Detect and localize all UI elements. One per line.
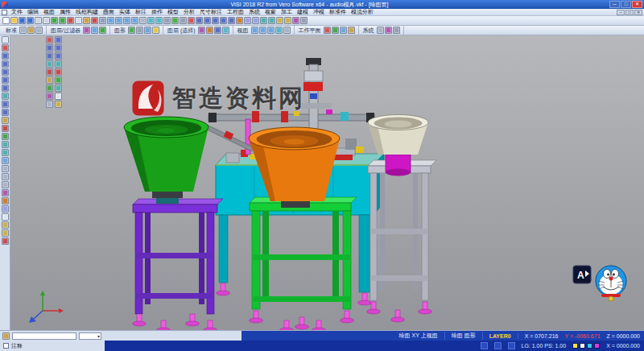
print-preview-icon[interactable]: [43, 17, 50, 24]
ortho-status-icon[interactable]: [508, 342, 515, 349]
shaded-mode-icon[interactable]: [128, 27, 135, 34]
mdi-restore-button[interactable]: □: [625, 10, 634, 15]
mdi-minimize-button[interactable]: ─: [617, 10, 625, 15]
mdi-close-button[interactable]: ✕: [634, 10, 642, 15]
select-layer-icon[interactable]: [198, 27, 205, 34]
3d-scene-canvas[interactable]: A: [10, 35, 644, 330]
extend-tool-icon[interactable]: [2, 133, 9, 140]
maximize-button[interactable]: □: [621, 1, 631, 8]
wf-break-icon[interactable]: [55, 68, 62, 76]
wireframe-mode-icon[interactable]: [136, 27, 143, 34]
move-tool-icon[interactable]: [2, 165, 9, 172]
measure-tool-icon[interactable]: [2, 229, 9, 237]
solid-tool-icon[interactable]: [2, 205, 9, 213]
menu-item[interactable]: 曲面: [101, 8, 117, 16]
menu-item[interactable]: 标注: [133, 8, 149, 16]
measure-icon[interactable]: [276, 17, 283, 24]
print-icon[interactable]: [35, 17, 42, 24]
wf-offset-icon[interactable]: [46, 76, 53, 84]
menu-item[interactable]: 系统: [246, 8, 262, 16]
wf-perpendicular-icon[interactable]: [55, 44, 62, 52]
menu-item[interactable]: 编辑: [25, 8, 41, 16]
ellipse-tool-icon[interactable]: [2, 85, 9, 92]
copy-icon[interactable]: [75, 17, 82, 24]
calculator-icon[interactable]: [377, 27, 384, 34]
menu-item[interactable]: 线框构建: [73, 8, 101, 16]
erase-tool-icon[interactable]: [2, 237, 9, 245]
pick-body-icon[interactable]: [222, 27, 229, 34]
grid-status-icon[interactable]: [481, 342, 488, 349]
text-tool-icon[interactable]: [2, 213, 9, 221]
circle-tool-icon[interactable]: [2, 68, 9, 76]
menu-item[interactable]: 工程图: [225, 8, 246, 16]
status-color-chip[interactable]: [572, 343, 578, 349]
layers-icon[interactable]: [292, 17, 299, 24]
menu-item[interactable]: 模流分析: [349, 8, 376, 16]
ortho-toggle-icon[interactable]: [35, 27, 43, 34]
cut-icon[interactable]: [67, 17, 74, 24]
delete-icon[interactable]: [91, 17, 98, 24]
boolean-icon[interactable]: [252, 17, 259, 24]
line-icon[interactable]: [196, 17, 203, 24]
iso-view-icon[interactable]: [155, 17, 163, 24]
zoom-window-icon[interactable]: [123, 17, 130, 24]
status-color-chip[interactable]: [587, 343, 592, 349]
options-icon[interactable]: [300, 17, 308, 24]
transparency-icon[interactable]: [144, 27, 151, 34]
isolate-icon[interactable]: [99, 27, 106, 34]
zoom-fit-icon[interactable]: [131, 17, 138, 24]
wf-intersect-icon[interactable]: [46, 85, 53, 92]
select-icon[interactable]: [99, 17, 106, 24]
wf-circle-icon[interactable]: [46, 52, 53, 60]
chamfer-icon[interactable]: [268, 17, 275, 24]
menu-item[interactable]: 加工: [279, 8, 295, 16]
wf-text-icon[interactable]: [55, 93, 62, 100]
menu-item[interactable]: 实体: [117, 8, 133, 16]
layer-list-icon[interactable]: [83, 27, 90, 34]
workplane-align-icon[interactable]: [340, 27, 347, 34]
save-all-icon[interactable]: [27, 17, 34, 24]
wf-trim-icon[interactable]: [46, 68, 53, 76]
wf-measure-icon[interactable]: [55, 101, 62, 108]
close-button[interactable]: ✕: [632, 1, 642, 8]
menu-item[interactable]: 模型: [165, 8, 181, 16]
rectangle-icon[interactable]: [220, 17, 227, 24]
menu-item[interactable]: 尺寸标注: [197, 8, 225, 16]
status-color-chip[interactable]: [580, 343, 585, 349]
arc-tool-icon[interactable]: [2, 76, 9, 84]
zoom-out-icon[interactable]: [115, 17, 122, 24]
polygon-tool-icon[interactable]: [2, 109, 9, 116]
menu-item[interactable]: 文件: [9, 8, 25, 16]
wf-chamfer-icon[interactable]: [55, 60, 62, 68]
layer-indicator[interactable]: LAYER0: [489, 333, 518, 339]
wf-line-icon[interactable]: [55, 36, 62, 43]
zoom-in-icon[interactable]: [107, 17, 114, 24]
circle-icon[interactable]: [204, 17, 211, 24]
view-side-icon[interactable]: [267, 27, 275, 34]
open-icon[interactable]: [10, 17, 18, 24]
view-top-icon[interactable]: [251, 27, 258, 34]
solid-icon[interactable]: [244, 17, 251, 24]
pick-edge-icon[interactable]: [214, 27, 221, 34]
save-icon[interactable]: [19, 17, 26, 24]
arrow-select-icon[interactable]: [2, 36, 9, 43]
wf-arc-icon[interactable]: [55, 52, 62, 60]
point-icon[interactable]: [188, 17, 195, 24]
pick-face-icon[interactable]: [206, 27, 213, 34]
undo-icon[interactable]: [51, 17, 58, 24]
view-previous-icon[interactable]: [283, 27, 291, 34]
snap-settings-icon[interactable]: [2, 332, 10, 340]
wf-helix-icon[interactable]: [46, 93, 53, 100]
lighting-icon[interactable]: [152, 27, 159, 34]
command-input[interactable]: [12, 332, 76, 340]
workplane-origin-icon[interactable]: [332, 27, 339, 34]
offset-tool-icon[interactable]: [2, 117, 9, 124]
workplane-xy-icon[interactable]: [324, 27, 331, 34]
workplane-rotate-icon[interactable]: [348, 27, 355, 34]
menu-item[interactable]: 建模: [295, 8, 311, 16]
menu-item[interactable]: 视窗: [262, 8, 279, 16]
shaded-icon[interactable]: [171, 17, 179, 24]
dimension-icon[interactable]: [284, 17, 291, 24]
mirror-tool-icon[interactable]: [2, 157, 9, 164]
surface-icon[interactable]: [236, 17, 243, 24]
